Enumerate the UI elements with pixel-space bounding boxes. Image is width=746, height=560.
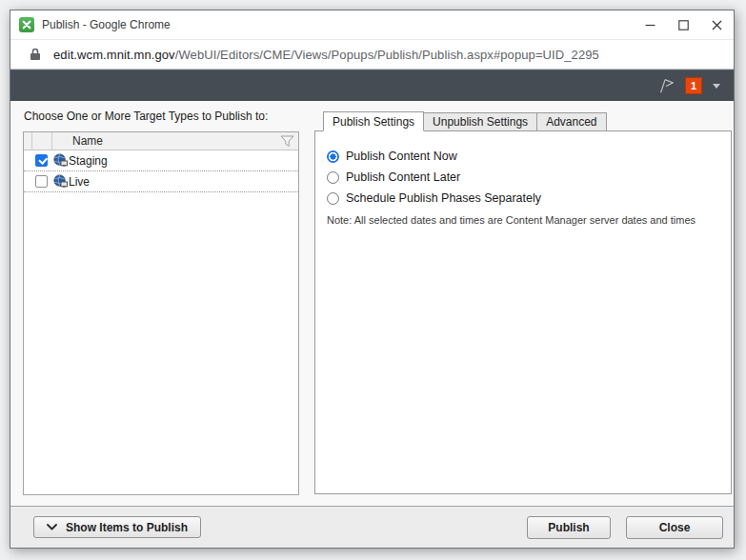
url-path: /WebUI/Editors/CME/Views/Popups/Publish/… <box>175 48 599 62</box>
publish-now-radio[interactable] <box>327 150 339 163</box>
lock-icon <box>30 48 41 61</box>
app-toolbar: 1 <box>10 70 734 101</box>
tab-advanced[interactable]: Advanced <box>537 112 606 131</box>
chevron-down-icon <box>47 524 57 530</box>
publish-settings-panel: Publish Content Now Publish Content Late… <box>314 130 732 494</box>
dialog-footer: Show Items to Publish Publish Close <box>10 506 734 548</box>
target-name: Live <box>69 175 90 189</box>
option-schedule-phases[interactable]: Schedule Publish Phases Separately <box>327 188 717 209</box>
close-button[interactable]: Close <box>626 516 723 539</box>
schedule-phases-radio[interactable] <box>327 192 339 205</box>
publish-later-radio[interactable] <box>327 171 339 184</box>
radio-label: Publish Content Later <box>346 170 460 184</box>
radio-label: Schedule Publish Phases Separately <box>346 191 541 205</box>
tab-unpublish-settings[interactable]: Unpublish Settings <box>424 112 537 131</box>
target-row-staging[interactable]: Staging <box>24 150 298 171</box>
browser-url-bar: edit.wcm.mnit.mn.gov/WebUI/Editors/CME/V… <box>10 40 734 70</box>
url-domain: edit.wcm.mnit.mn.gov <box>53 48 175 62</box>
settings-tabs: Publish Settings Unpublish Settings Adva… <box>314 111 607 131</box>
publication-target-icon <box>53 174 68 189</box>
name-column-header: Name <box>52 132 280 150</box>
flag-icon[interactable] <box>655 76 676 95</box>
live-checkbox[interactable] <box>35 175 48 188</box>
filter-icon[interactable] <box>280 132 298 150</box>
target-types-list: Name Staging <box>23 131 299 495</box>
notification-badge[interactable]: 1 <box>685 77 702 94</box>
staging-checkbox[interactable] <box>35 154 48 167</box>
publish-popup-window: Publish - Google Chrome edit.wcm.mnit.mn… <box>10 10 735 549</box>
tab-publish-settings[interactable]: Publish Settings <box>323 111 424 131</box>
show-items-button[interactable]: Show Items to Publish <box>33 516 201 538</box>
window-titlebar: Publish - Google Chrome <box>10 10 734 40</box>
minimize-button[interactable] <box>634 10 667 39</box>
radio-label: Publish Content Now <box>346 150 457 163</box>
notification-caret-icon[interactable] <box>713 84 720 89</box>
target-list-header: Name <box>24 132 298 150</box>
target-row-live[interactable]: Live <box>24 171 298 192</box>
show-items-label: Show Items to Publish <box>66 521 188 534</box>
server-time-note: Note: All selected dates and times are C… <box>327 214 717 226</box>
target-name: Staging <box>69 154 108 168</box>
target-types-label: Choose One or More Target Types to Publi… <box>24 110 268 123</box>
window-title: Publish - Google Chrome <box>42 18 171 31</box>
option-publish-now[interactable]: Publish Content Now <box>327 146 717 167</box>
header-icon-column <box>32 132 52 150</box>
publish-button[interactable]: Publish <box>527 516 611 539</box>
option-publish-later[interactable]: Publish Content Later <box>327 167 717 188</box>
tridion-app-icon <box>19 17 34 32</box>
close-window-button[interactable] <box>700 10 734 39</box>
header-select-column <box>24 132 32 150</box>
publication-target-icon <box>53 153 68 168</box>
page-url[interactable]: edit.wcm.mnit.mn.gov/WebUI/Editors/CME/V… <box>53 48 599 62</box>
dialog-content: Choose One or More Target Types to Publi… <box>10 101 734 506</box>
maximize-button[interactable] <box>667 10 700 39</box>
